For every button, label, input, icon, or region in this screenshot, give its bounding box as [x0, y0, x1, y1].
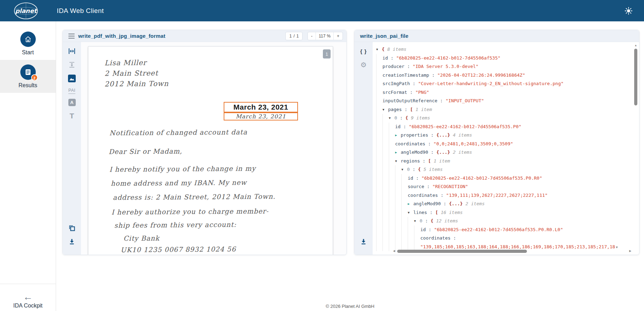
json-value: "6b820825-ee22-4162-b012-7d45506af535" — [396, 55, 500, 61]
json-key: 0 — [407, 167, 410, 172]
theme-toggle-sun-icon[interactable] — [624, 7, 633, 15]
text-toggle[interactable]: T — [67, 112, 76, 120]
results-count-badge: 2 — [31, 74, 38, 81]
json-bracket: { — [405, 115, 408, 120]
json-key: lines — [413, 210, 427, 215]
json-value: "6b820825-ee22-4162-b012-7d45506af535.P0… — [409, 124, 521, 129]
collapse-toggle-icon[interactable]: ▼ — [414, 217, 420, 226]
sidebar-item-start[interactable]: Start — [0, 27, 56, 60]
handwritten-date-box: March 23, 2021 — [224, 112, 298, 120]
horizontal-scrollbar[interactable]: ◀ ▶ — [393, 249, 631, 254]
json-value: "Cover-Letter-handwriting-2_EN_without-s… — [418, 81, 564, 86]
handwritten-line: 2 Main Street — [104, 69, 158, 77]
sidebar-item-results[interactable]: 2 Results — [0, 60, 56, 93]
collapse-toggle-icon[interactable]: ▼ — [401, 165, 407, 174]
planet-logo-icon: planet — [13, 2, 39, 20]
menu-icon[interactable] — [68, 34, 75, 39]
json-row: srcFormat : "PNG" — [375, 88, 632, 97]
scroll-up-icon[interactable]: ▲ — [633, 44, 638, 47]
sidebar-item-ida-cockpit[interactable]: ← IDA Cockpit — [0, 292, 56, 309]
json-row: id : "6b820825-ee22-4162-b012-7d45506af5… — [375, 226, 632, 234]
json-row: id : "6b820825-ee22-4162-b012-7d45506af5… — [375, 54, 632, 63]
json-key: coordinates — [408, 193, 438, 198]
zoom-in-button[interactable]: + — [334, 32, 343, 40]
page-separator: / — [293, 34, 294, 39]
json-item-count: 2 items — [450, 150, 472, 155]
json-key: producer — [382, 64, 405, 69]
download-json-button[interactable] — [359, 237, 368, 246]
json-item-count: 5 items — [421, 167, 443, 172]
copy-icon — [68, 224, 75, 231]
handwritten-line: ship fees from this very account: — [114, 221, 236, 229]
main-content: write_pdf_with_jpg_image_format 1 / 1 - … — [56, 21, 644, 311]
fit-height-button[interactable] — [67, 61, 76, 69]
text-block-toggle[interactable]: A — [67, 98, 76, 106]
json-item-count: 2 items — [463, 201, 485, 206]
fit-width-button[interactable] — [67, 47, 76, 55]
app-title: IDA Web Client — [57, 7, 104, 15]
collapse-toggle-icon[interactable]: ▼ — [382, 105, 388, 114]
json-content-area: ▼{ 8 itemsid : "6b820825-ee22-4162-b012-… — [373, 42, 639, 255]
scroll-right-icon[interactable]: ▶ — [629, 249, 631, 253]
json-value: "INPUT_OUTPUT" — [446, 98, 484, 103]
json-row: coordinates : "0,0;2481,0;2481,3509;0,35… — [375, 140, 632, 148]
json-row: ▶angleMod90 : {...} 2 items — [375, 148, 632, 157]
json-row: coordinates : — [375, 234, 632, 243]
json-bracket[interactable]: {...} — [436, 132, 450, 138]
json-item-count: 1 item — [413, 107, 432, 112]
scroll-left-icon[interactable]: ◀ — [393, 249, 395, 253]
json-value: "0,0;2481,0;2481,3509;0,3509" — [434, 141, 513, 146]
zoom-out-button[interactable]: - — [308, 32, 316, 40]
image-view-button[interactable] — [67, 74, 76, 83]
json-key: id — [420, 227, 426, 232]
horizontal-scrollbar-thumb[interactable] — [397, 250, 527, 253]
json-key: angleMod90 — [401, 150, 428, 155]
json-key: coordinates — [395, 141, 425, 146]
json-value: "2026-04-02T12:26:24.999616864Z" — [438, 72, 525, 78]
page-current: 1 — [289, 34, 292, 39]
download-icon — [360, 238, 367, 245]
json-panel-body: { } ⚙ ▼{ 8 itemsid : "6b820825-ee22-4162… — [354, 42, 639, 255]
settings-button[interactable]: ⚙ — [359, 61, 368, 69]
collapse-toggle-icon[interactable]: ▼ — [395, 157, 401, 166]
expand-toggle-icon[interactable]: ▶ — [408, 200, 413, 208]
expand-toggle-icon[interactable]: ▶ — [395, 131, 401, 140]
download-pdf-button[interactable] — [67, 237, 76, 246]
collapse-toggle-icon[interactable]: ▼ — [376, 45, 382, 54]
json-bracket[interactable]: {...} — [436, 150, 450, 155]
top-navbar: planet IDA Web Client — [0, 0, 644, 21]
json-key: angleMod90 — [413, 201, 441, 206]
back-arrow-icon: ← — [0, 292, 56, 302]
image-icon — [68, 75, 76, 82]
pdf-panel-header: write_pdf_with_jpg_image_format 1 / 1 - … — [63, 30, 346, 42]
json-key: 0 — [394, 115, 397, 120]
raw-json-button[interactable]: { } — [359, 47, 368, 55]
handwritten-line: City Bank — [123, 234, 160, 242]
json-item-count: 16 items — [438, 210, 462, 215]
json-row: id : "6b820825-ee22-4162-b012-7d45506af5… — [375, 123, 632, 131]
json-item-count: 12 items — [433, 218, 458, 223]
json-row: ▼{ 8 items — [375, 45, 632, 54]
pdf-content-area: 1 Lisa Miller2 Main Street2012 Main Town… — [81, 42, 346, 255]
handwritten-line: I hereby authorize you to charge member- — [111, 207, 269, 216]
handwritten-line: address is: 2 Main Street, 2012 Main Tow… — [113, 192, 276, 201]
vertical-scrollbar[interactable]: ▲ — [633, 44, 638, 247]
json-row: inputOutputReference : "INPUT_OUTPUT" — [375, 97, 632, 105]
expand-value-icon[interactable]: ▼ — [616, 246, 618, 249]
json-bracket[interactable]: {...} — [449, 201, 463, 206]
json-row: ▼0 : { 5 items — [375, 165, 632, 174]
vertical-scrollbar-thumb[interactable] — [634, 49, 637, 105]
collapse-toggle-icon[interactable]: ▼ — [389, 114, 394, 123]
pai-overlay-toggle[interactable]: PAI — [68, 88, 75, 94]
json-key: pages — [388, 107, 402, 112]
json-viewer-panel: write_json_pai_file { } ⚙ — [354, 30, 639, 255]
json-tree: ▼{ 8 itemsid : "6b820825-ee22-4162-b012-… — [375, 45, 632, 251]
json-key: srcImgPath — [382, 81, 410, 86]
collapse-toggle-icon[interactable]: ▼ — [408, 208, 413, 217]
json-key: id — [395, 124, 401, 129]
copy-button[interactable] — [67, 224, 76, 232]
expand-toggle-icon[interactable]: ▶ — [395, 148, 401, 157]
json-panel-header: write_json_pai_file — [354, 30, 639, 42]
json-row: coordinates : "139,111;139,2627;2227,262… — [375, 191, 632, 200]
sidebar-item-label: Results — [0, 82, 56, 89]
